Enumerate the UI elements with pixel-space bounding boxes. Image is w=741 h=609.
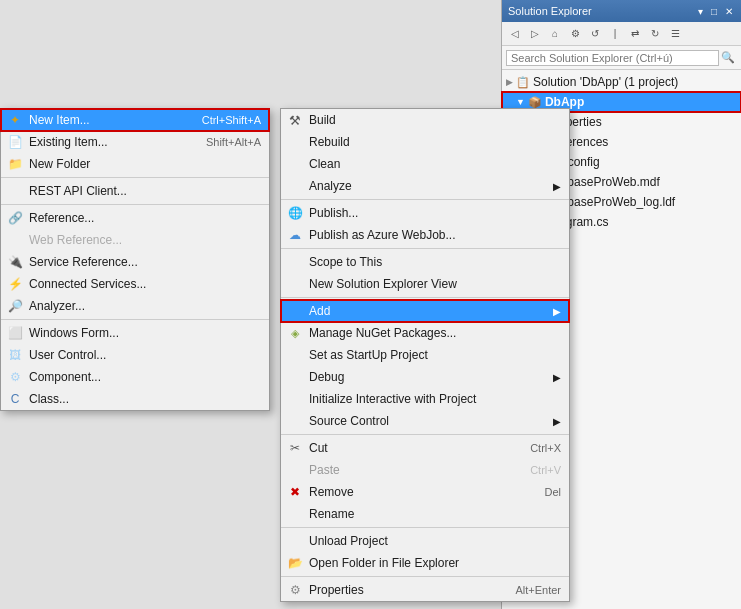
refresh-btn[interactable]: ↻ [646,25,664,43]
ctx-build[interactable]: ⚒ Build [281,109,569,131]
ctx-source-control-label: Source Control [309,414,389,428]
add-connected-service[interactable]: ⚡ Connected Services... [1,273,269,295]
add-analyzer[interactable]: 🔎 Analyzer... [1,295,269,317]
add-web-reference[interactable]: Web Reference... [1,229,269,251]
add-component[interactable]: ⚙ Component... [1,366,269,388]
close-icon[interactable]: ✕ [723,6,735,17]
separator-icon: | [606,25,624,43]
add-rest-api[interactable]: REST API Client... [1,180,269,202]
ctx-publish-label: Publish... [309,206,358,220]
form-icon: ⬜ [7,325,23,341]
add-new-folder-label: New Folder [29,157,90,171]
add-existing-item[interactable]: 📄 Existing Item... Shift+Alt+A [1,131,269,153]
add-user-control[interactable]: 🖼 User Control... [1,344,269,366]
filter-btn[interactable]: ☰ [666,25,684,43]
add-windows-form[interactable]: ⬜ Windows Form... [1,322,269,344]
ctx-scope-label: Scope to This [309,255,382,269]
ctx-remove[interactable]: ✖ Remove Del [281,481,569,503]
connected-svc-icon: ⚡ [7,276,23,292]
ctx-clean[interactable]: Clean [281,153,569,175]
titlebar-buttons: ▾ □ ✕ [696,6,735,17]
ctx-init-interactive-label: Initialize Interactive with Project [309,392,476,406]
ctx-add[interactable]: Add ▶ [281,300,569,322]
solution-icon: 📋 [516,76,530,89]
user-control-icon: 🖼 [7,347,23,363]
sep6 [281,576,569,577]
ctx-new-sol-view-label: New Solution Explorer View [309,277,457,291]
add-class[interactable]: C Class... [1,388,269,410]
add-user-control-label: User Control... [29,348,106,362]
float-icon[interactable]: □ [709,6,719,17]
sep2 [281,248,569,249]
project-arrow-icon: ▼ [516,97,525,107]
home-btn[interactable]: ⌂ [546,25,564,43]
solution-explorer-titlebar: Solution Explorer ▾ □ ✕ [502,0,741,22]
ctx-nuget[interactable]: ◈ Manage NuGet Packages... [281,322,569,344]
sep5 [281,527,569,528]
ctx-publish-azure-label: Publish as Azure WebJob... [309,228,456,242]
new-item-shortcut: Ctrl+Shift+A [202,114,261,126]
pin-icon[interactable]: ▾ [696,6,705,17]
ctx-open-folder-label: Open Folder in File Explorer [309,556,459,570]
tree-item-solution[interactable]: ▶ 📋 Solution 'DbApp' (1 project) [502,72,741,92]
ctx-open-folder[interactable]: 📂 Open Folder in File Explorer [281,552,569,574]
new-item-icon: ✦ [7,112,23,128]
ctx-properties[interactable]: ⚙ Properties Alt+Enter [281,579,569,601]
add-sep1 [1,177,269,178]
se-toolbar: ◁ ▷ ⌂ ⚙ ↺ | ⇄ ↻ ☰ [502,22,741,46]
back-btn[interactable]: ◁ [506,25,524,43]
ctx-properties-label: Properties [309,583,364,597]
ctx-set-startup-label: Set as StartUp Project [309,348,428,362]
cut-shortcut: Ctrl+X [530,442,561,454]
ctx-publish[interactable]: 🌐 Publish... [281,202,569,224]
search-icon[interactable]: 🔍 [719,49,737,67]
ctx-paste[interactable]: Paste Ctrl+V [281,459,569,481]
add-new-item[interactable]: ✦ New Item... Ctrl+Shift+A [1,109,269,131]
ctx-clean-label: Clean [309,157,340,171]
add-sep2 [1,204,269,205]
refresh-left-btn[interactable]: ↺ [586,25,604,43]
add-analyzer-label: Analyzer... [29,299,85,313]
ctx-rebuild-label: Rebuild [309,135,350,149]
ctx-rename[interactable]: Rename [281,503,569,525]
service-ref-icon: 🔌 [7,254,23,270]
sync-btn[interactable]: ⇄ [626,25,644,43]
ctx-new-sol-view[interactable]: New Solution Explorer View [281,273,569,295]
build-icon: ⚒ [287,112,303,128]
forward-btn[interactable]: ▷ [526,25,544,43]
existing-item-shortcut: Shift+Alt+A [206,136,261,148]
sep1 [281,199,569,200]
ctx-add-label: Add [309,304,330,318]
ctx-analyze[interactable]: Analyze ▶ [281,175,569,197]
ctx-publish-azure[interactable]: ☁ Publish as Azure WebJob... [281,224,569,246]
search-input[interactable] [506,50,719,66]
paste-shortcut: Ctrl+V [530,464,561,476]
add-service-reference[interactable]: 🔌 Service Reference... [1,251,269,273]
ctx-set-startup[interactable]: Set as StartUp Project [281,344,569,366]
ctx-rebuild[interactable]: Rebuild [281,131,569,153]
add-new-item-label: New Item... [29,113,90,127]
add-new-folder[interactable]: 📁 New Folder [1,153,269,175]
ctx-debug-label: Debug [309,370,344,384]
sep3 [281,297,569,298]
add-rest-api-label: REST API Client... [29,184,127,198]
x-red-icon: ✖ [287,484,303,500]
properties-icon: ⚙ [287,582,303,598]
properties-shortcut: Alt+Enter [515,584,561,596]
ctx-cut-label: Cut [309,441,328,455]
add-arrow-icon: ▶ [553,306,561,317]
add-service-reference-label: Service Reference... [29,255,138,269]
component-icon: ⚙ [7,369,23,385]
ctx-debug[interactable]: Debug ▶ [281,366,569,388]
ctx-unload[interactable]: Unload Project [281,530,569,552]
ctx-paste-label: Paste [309,463,340,477]
ctx-source-control[interactable]: Source Control ▶ [281,410,569,432]
add-class-label: Class... [29,392,69,406]
ctx-cut[interactable]: ✂ Cut Ctrl+X [281,437,569,459]
settings-btn[interactable]: ⚙ [566,25,584,43]
ctx-init-interactive[interactable]: Initialize Interactive with Project [281,388,569,410]
add-reference[interactable]: 🔗 Reference... [1,207,269,229]
context-menu-add: ✦ New Item... Ctrl+Shift+A 📄 Existing It… [0,108,270,411]
solution-arrow-icon: ▶ [506,77,513,87]
ctx-scope[interactable]: Scope to This [281,251,569,273]
